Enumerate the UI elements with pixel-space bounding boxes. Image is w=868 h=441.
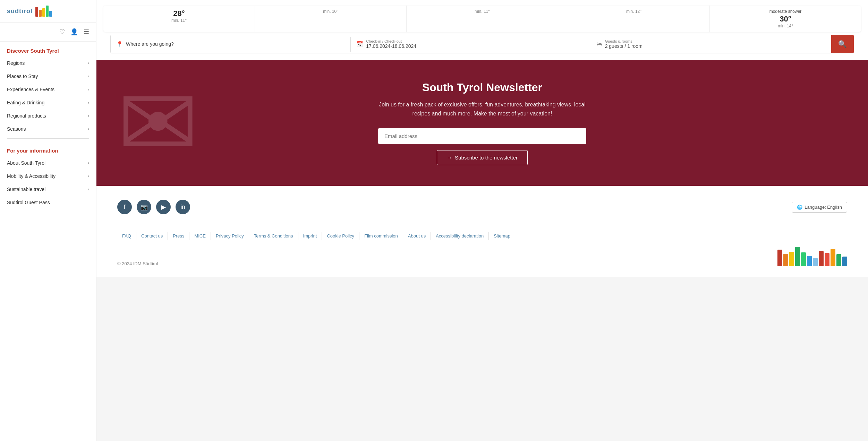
newsletter-description: Join us for a fresh pack of exclusive of… — [378, 100, 586, 118]
footer-link-accessibility[interactable]: Accessibility declaration — [431, 232, 489, 240]
weather-min-1: min. 11° — [108, 18, 250, 23]
sidebar-item-guest-pass-label: Südtirol Guest Pass — [7, 200, 50, 205]
calendar-icon: 📅 — [356, 41, 363, 47]
email-input[interactable] — [378, 128, 586, 144]
sidebar-item-places-label: Places to Stay — [7, 74, 38, 79]
bottom-bar-3 — [789, 252, 794, 266]
bottom-bar-12 — [842, 257, 847, 266]
sidebar-item-seasons[interactable]: Seasons › — [0, 122, 96, 136]
sidebar-item-mobility[interactable]: Mobility & Accessibility › — [0, 170, 96, 183]
footer-link-terms[interactable]: Terms & Conditions — [249, 232, 298, 240]
footer-link-press[interactable]: Press — [168, 232, 189, 240]
guests-value: 2 guests / 1 room — [605, 43, 643, 49]
bottom-bar-9 — [825, 253, 829, 266]
newsletter-title: South Tyrol Newsletter — [378, 81, 586, 94]
footer-link-about[interactable]: About us — [403, 232, 431, 240]
chevron-regions-icon: › — [88, 61, 89, 66]
footer-copyright: © 2024 IDM Südtirol — [117, 258, 158, 266]
footer-link-cookie[interactable]: Cookie Policy — [322, 232, 359, 240]
footer-social-row: f 📷 ▶ in 🌐 Language: English — [117, 200, 847, 214]
sidebar-item-about[interactable]: About South Tyrol › — [0, 156, 96, 170]
discover-section-title: Discover South Tyrol — [0, 42, 96, 57]
footer-links: FAQ Contact us Press MICE Privacy Policy… — [117, 225, 847, 240]
info-section-title: For your information — [0, 141, 96, 156]
weather-day-5: moderate shower — [715, 9, 856, 14]
booking-search-button[interactable]: 🔍 — [831, 35, 854, 53]
weather-min-4: min. 12° — [563, 9, 705, 14]
weather-card-2: min. 10° — [255, 6, 407, 32]
checkin-field[interactable]: 📅 Check-in / Check-out 17.06.2024-18.06.… — [351, 35, 591, 53]
logo-bar-orange — [39, 10, 42, 17]
menu-icon[interactable]: ☰ — [84, 28, 89, 36]
footer-link-sitemap[interactable]: Sitemap — [489, 232, 515, 240]
sidebar-item-eating[interactable]: Eating & Drinking › — [0, 96, 96, 109]
youtube-icon[interactable]: ▶ — [156, 200, 171, 214]
checkin-value: 17.06.2024-18.06.2024 — [366, 43, 416, 49]
weather-min-2: min. 10° — [260, 9, 401, 14]
social-icons-group: f 📷 ▶ in — [117, 200, 190, 214]
chevron-seasons-icon: › — [88, 127, 89, 131]
footer-link-faq[interactable]: FAQ — [117, 232, 136, 240]
sidebar-item-regions-label: Regions — [7, 60, 25, 66]
newsletter-section: ✉ South Tyrol Newsletter Join us for a f… — [96, 60, 868, 186]
checkin-label: Check-in / Check-out — [366, 39, 416, 43]
weather-min-5: min. 14° — [715, 24, 856, 28]
instagram-icon[interactable]: 📷 — [137, 200, 151, 214]
bed-icon: 🛏 — [597, 41, 602, 47]
footer: f 📷 ▶ in 🌐 Language: English FAQ Contact… — [96, 186, 868, 277]
logo-bars — [35, 6, 52, 17]
sidebar-item-experiences-label: Experiences & Events — [7, 87, 54, 92]
logo-bar-yellow — [42, 8, 45, 17]
sidebar-item-sustainable-label: Sustainable travel — [7, 187, 45, 192]
sidebar-item-guest-pass[interactable]: Südtirol Guest Pass — [0, 196, 96, 209]
chevron-sustainable-icon: › — [88, 187, 89, 192]
sidebar-item-regions[interactable]: Regions › — [0, 57, 96, 70]
weather-temp-5: 30° — [715, 15, 856, 24]
footer-link-privacy[interactable]: Privacy Policy — [211, 232, 249, 240]
bottom-bar-8 — [819, 251, 824, 266]
logo-bar-red — [35, 7, 38, 17]
guests-label: Guests & rooms — [605, 39, 643, 43]
bottom-bar-1 — [777, 250, 782, 266]
destination-field[interactable]: 📍 Where are you going? — [111, 37, 351, 52]
bottom-logo-bars — [777, 247, 847, 266]
footer-link-film[interactable]: Film commission — [359, 232, 403, 240]
logo-bar-blue — [49, 11, 52, 17]
weather-card-4: min. 12° — [558, 6, 710, 32]
chevron-places-icon: › — [88, 74, 89, 79]
sidebar-item-places-to-stay[interactable]: Places to Stay › — [0, 70, 96, 83]
sidebar-item-regional[interactable]: Regional products › — [0, 109, 96, 122]
sidebar-icons-bar: ♡ 👤 ☰ — [0, 23, 96, 42]
chevron-regional-icon: › — [88, 113, 89, 118]
chevron-experiences-icon: › — [88, 87, 89, 92]
weather-temp-1: 28° — [108, 9, 250, 18]
bottom-bar-4 — [795, 247, 800, 266]
sidebar-item-sustainable[interactable]: Sustainable travel › — [0, 183, 96, 196]
sidebar-divider-1 — [7, 138, 89, 139]
guests-info: Guests & rooms 2 guests / 1 room — [605, 39, 643, 49]
bottom-bar-5 — [801, 252, 806, 266]
logo-area: südtirol — [0, 0, 96, 23]
arrow-icon: → — [447, 155, 452, 161]
footer-link-mice[interactable]: MICE — [189, 232, 211, 240]
user-icon[interactable]: 👤 — [70, 28, 78, 36]
favorites-icon[interactable]: ♡ — [59, 28, 65, 36]
main-content: 28° min. 11° min. 10° min. 11° min. 12° … — [96, 0, 868, 441]
top-area: 28° min. 11° min. 10° min. 11° min. 12° … — [96, 0, 868, 60]
footer-link-contact[interactable]: Contact us — [136, 232, 168, 240]
guests-field[interactable]: 🛏 Guests & rooms 2 guests / 1 room — [591, 35, 831, 53]
language-button[interactable]: 🌐 Language: English — [792, 202, 847, 213]
weather-card-1: 28° min. 11° — [103, 6, 255, 32]
sidebar-item-regional-label: Regional products — [7, 113, 46, 119]
booking-bar: 📍 Where are you going? 📅 Check-in / Chec… — [110, 35, 854, 53]
weather-card-3: min. 11° — [407, 6, 558, 32]
sidebar-divider-2 — [7, 212, 89, 212]
subscribe-button[interactable]: → Subscribe to the newsletter — [437, 150, 528, 165]
facebook-icon[interactable]: f — [117, 200, 132, 214]
linkedin-icon[interactable]: in — [176, 200, 190, 214]
footer-link-imprint[interactable]: Imprint — [298, 232, 322, 240]
sidebar-item-experiences[interactable]: Experiences & Events › — [0, 83, 96, 96]
language-label: Language: English — [805, 205, 842, 210]
weather-card-5: moderate shower 30° min. 14° — [710, 6, 861, 32]
sidebar-item-about-label: About South Tyrol — [7, 160, 45, 166]
